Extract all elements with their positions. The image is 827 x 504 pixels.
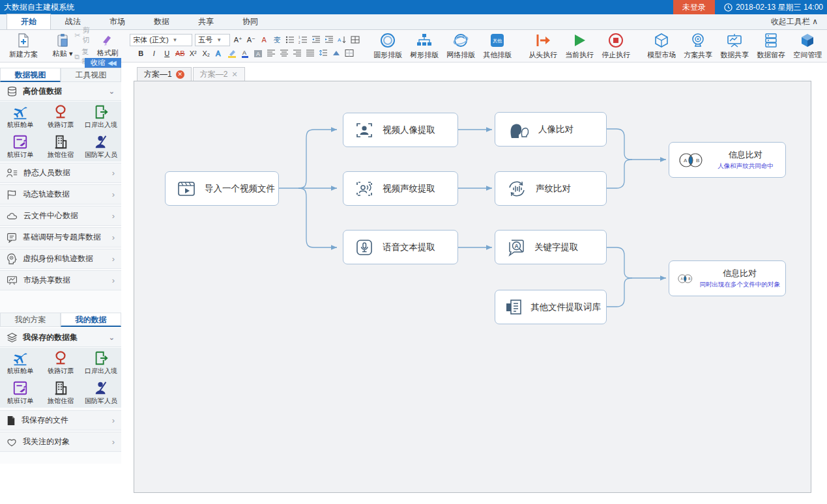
sidebar-item-cloud-file-data[interactable]: 云文件中心数据 › <box>0 206 121 226</box>
tab-my-plans[interactable]: 我的方案 <box>0 313 61 327</box>
grow-font-button[interactable]: A⁺ <box>233 35 243 45</box>
subscript-button[interactable]: X₂ <box>201 48 211 59</box>
dataset-railway-ticket[interactable]: 铁路订票 <box>40 102 81 132</box>
dataset-flight-manifest[interactable]: 航班舱单 <box>0 348 40 378</box>
svg-text:B: B <box>696 158 699 163</box>
close-tab-icon[interactable]: ✕ <box>176 70 184 79</box>
run-from-start-button[interactable]: 从头执行 <box>525 31 561 61</box>
node-keyword-extract[interactable]: A 关键字提取 <box>495 230 607 264</box>
node-face-compare[interactable]: 人像比对 <box>495 112 607 147</box>
underline-button[interactable]: U <box>162 48 172 59</box>
tree-layout-button[interactable]: 树形排版 <box>406 31 443 61</box>
numbered-list-button[interactable]: 12 <box>298 35 308 45</box>
circle-layout-button[interactable]: 圆形排版 <box>370 31 406 61</box>
sidebar-item-my-saved-files[interactable]: 我保存的文件 › <box>0 410 121 430</box>
borders-button[interactable] <box>344 48 355 59</box>
data-share-button[interactable]: 数据共享 <box>716 31 753 61</box>
dataset-flight-order[interactable]: 航班订单 <box>0 378 40 408</box>
collapse-toolbar-button[interactable]: 收起工具栏 ∧ <box>771 14 818 29</box>
sidebar-item-survey-thematic-data[interactable]: 基础调研与专题库数据 › <box>0 227 121 247</box>
font-family-select[interactable]: 宋体 (正文) ▼ <box>130 34 192 46</box>
sidebar-item-static-person-data[interactable]: 静态人员数据 › <box>0 163 121 183</box>
superscript-button[interactable]: X² <box>188 48 198 59</box>
sort-button[interactable]: A <box>337 35 347 45</box>
node-speech-text-extract[interactable]: 语音文本提取 <box>343 230 458 264</box>
change-case-button[interactable]: 变 <box>272 35 282 45</box>
align-center-button[interactable] <box>279 48 289 59</box>
strikethrough-button[interactable]: AB <box>175 48 185 59</box>
run-current-button[interactable]: 当前执行 <box>561 31 598 61</box>
bullet-list-button[interactable] <box>285 35 295 45</box>
svg-text:其他: 其他 <box>493 38 502 44</box>
dataset-label: 铁路订票 <box>48 367 74 376</box>
node-voiceprint-compare[interactable]: 声纹比对 <box>495 171 607 206</box>
other-layout-button[interactable]: 其他 其他排版 <box>479 31 515 61</box>
node-import-video[interactable]: 导入一个视频文件 <box>165 171 279 206</box>
dataset-flight-order[interactable]: 航班订单 <box>0 132 40 161</box>
dataset-hotel-stay[interactable]: 旅馆住宿 <box>40 378 81 408</box>
node-info-compare-2[interactable]: A B 信息比对 同时出现在多个文件中的对象 <box>669 260 786 296</box>
dataset-railway-ticket[interactable]: 铁路订票 <box>40 348 81 378</box>
bold-button[interactable]: B <box>136 48 146 59</box>
font-color-button[interactable]: A <box>240 48 250 59</box>
node-video-face-extract[interactable]: 视频人像提取 <box>343 113 458 147</box>
scissors-icon: ✂ <box>74 31 80 40</box>
sidebar-item-dynamic-track-data[interactable]: 动态轨迹数据 › <box>0 184 121 204</box>
plan-tab-1[interactable]: 方案—1 ✕ <box>137 67 192 81</box>
ribbon-tab-data[interactable]: 数据 <box>139 14 184 29</box>
data-retention-button[interactable]: 数据留存 <box>753 31 789 61</box>
network-layout-button[interactable]: 网络排版 <box>443 31 479 61</box>
dataset-hotel-stay[interactable]: 旅馆住宿 <box>40 132 81 161</box>
dataset-border-entry-exit[interactable]: 口岸出入境 <box>81 348 121 378</box>
increase-indent-button[interactable] <box>324 35 334 45</box>
node-label: 语音文本提取 <box>383 242 435 253</box>
stop-execution-button[interactable]: 停止执行 <box>598 31 634 61</box>
tab-data-view[interactable]: 数据视图 <box>0 68 61 82</box>
space-manage-button[interactable]: 空间管理 <box>789 31 826 61</box>
paste-button[interactable]: 粘贴 ▾ <box>51 31 74 61</box>
justify-button[interactable] <box>305 48 315 59</box>
sidebar-item-market-shared-data[interactable]: 市场共享数据 › <box>0 270 121 290</box>
ribbon-tab-collab[interactable]: 协同 <box>228 14 272 29</box>
shrink-font-button[interactable]: A⁻ <box>246 35 256 45</box>
close-tab-icon[interactable]: ✕ <box>231 70 237 79</box>
clear-format-button[interactable]: A <box>259 35 269 45</box>
highlight-button[interactable] <box>227 48 237 59</box>
ribbon-tab-share[interactable]: 共享 <box>184 14 228 29</box>
show-marks-button[interactable] <box>350 35 360 45</box>
model-market-button[interactable]: 模型市场 <box>643 31 680 61</box>
node-video-voiceprint-extract[interactable]: 视频声纹提取 <box>343 171 458 206</box>
sidebar-item-virtual-identity-data[interactable]: 虚拟身份和轨迹数据 › <box>0 249 121 269</box>
dataset-military-personnel[interactable]: 国防军人员 <box>81 132 121 161</box>
text-effects-button[interactable]: A <box>214 48 224 59</box>
sidebar-item-label: 基础调研与专题库数据 <box>23 232 101 243</box>
sidebar-collapse-button[interactable]: 收缩 ◀◀ <box>85 58 121 68</box>
dataset-border-entry-exit[interactable]: 口岸出入境 <box>81 102 121 132</box>
font-size-select[interactable]: 五号 ▼ <box>195 34 230 46</box>
align-right-button[interactable] <box>292 48 302 59</box>
dataset-military-personnel[interactable]: 国防军人员 <box>81 378 121 408</box>
ribbon-tab-start[interactable]: 开始 <box>7 14 51 29</box>
login-status-badge[interactable]: 未登录 <box>673 0 715 14</box>
node-other-files-lexicon[interactable]: 其他文件提取词库 <box>495 290 607 324</box>
plan-share-button[interactable]: 方案共享 <box>680 31 716 61</box>
align-left-button[interactable] <box>266 48 276 59</box>
tab-tool-view[interactable]: 工具视图 <box>61 68 121 82</box>
ribbon-tab-market[interactable]: 市场 <box>95 14 139 29</box>
shading-button[interactable] <box>331 48 341 59</box>
sidebar-item-my-followed-objects[interactable]: 我关注的对象 › <box>0 432 121 452</box>
line-spacing-button[interactable] <box>318 48 328 59</box>
decrease-indent-button[interactable] <box>311 35 321 45</box>
cut-button[interactable]: ✂ 剪切 <box>74 25 94 45</box>
flow-canvas[interactable]: 导入一个视频文件 视频人像提取 视频声纹提取 <box>134 81 811 493</box>
format-painter-button[interactable]: 格式刷 <box>94 31 121 61</box>
new-plan-button[interactable]: 新建方案 <box>5 31 42 61</box>
plan-tab-2[interactable]: 方案—2 ✕ <box>193 67 245 81</box>
dataset-flight-manifest[interactable]: 航班舱单 <box>0 102 40 132</box>
saved-datasets-header[interactable]: 我保存的数据集 ⌄ <box>0 328 121 347</box>
tab-my-data[interactable]: 我的数据 <box>61 313 121 327</box>
node-info-compare-1[interactable]: A B 信息比对 人像和声纹共同命中 <box>669 142 786 178</box>
italic-button[interactable]: I <box>149 48 159 59</box>
high-value-data-header[interactable]: 高价值数据 ⌄ <box>0 82 121 101</box>
char-shading-button[interactable]: A <box>253 48 263 59</box>
